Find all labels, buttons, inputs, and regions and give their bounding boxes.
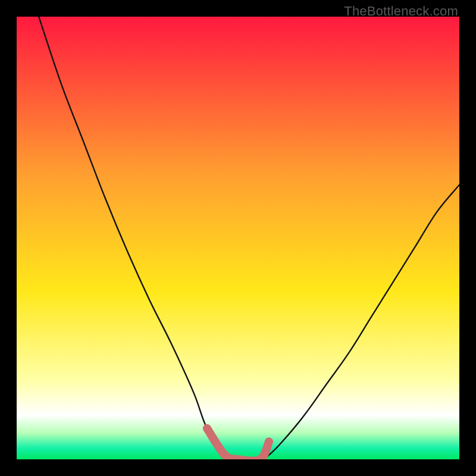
bottleneck-curve [17, 17, 459, 459]
chart-frame: TheBottleneck.com [0, 0, 476, 476]
optimal-range-marker [207, 428, 269, 459]
plot-area [17, 17, 459, 459]
